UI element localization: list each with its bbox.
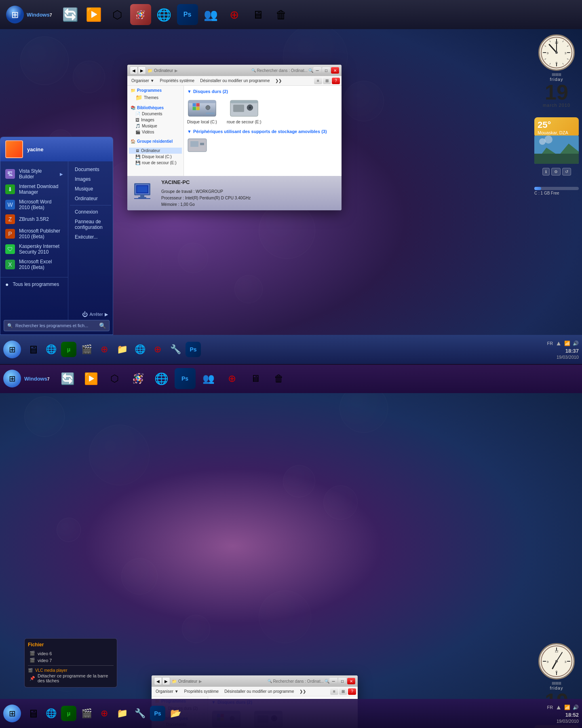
ql-net[interactable]: 🌐 <box>132 342 148 357</box>
menu-organiser-bottom[interactable]: Organiser ▼ <box>153 688 181 694</box>
start-nav-music[interactable]: Musique <box>70 184 111 194</box>
menu-more-top[interactable]: ❯❯ <box>273 78 284 84</box>
sysinfo-btn-info[interactable]: ℹ <box>542 168 550 176</box>
tb2-net[interactable]: 🖥 <box>245 368 266 389</box>
disk-c-top[interactable]: Disque local (C:) <box>187 97 217 124</box>
explorer-window-top[interactable]: ◀ ▶ 📁 Ordinateur ▶ 🔍 Rechercher dans : O… <box>127 65 342 210</box>
taskbar-icon-hex[interactable]: ⬡ <box>107 4 128 25</box>
sidebar-videos-top[interactable]: 🎬Vidéos <box>129 129 182 135</box>
ql-vlc[interactable]: 🎬 <box>79 342 94 357</box>
disk-e-top[interactable]: roue de secour (E:) <box>227 97 261 124</box>
vlc-detach[interactable]: 📌 Détacher ce programme de la barre des … <box>28 673 114 684</box>
ql-chrome[interactable]: 🌐 <box>43 342 59 357</box>
start-item-vista[interactable]: 🏗 Vista Style Builder ▶ <box>0 166 68 182</box>
tb3-explorer[interactable]: 📂 <box>168 706 183 721</box>
taskbar-icon-app1[interactable]: 🪅 <box>130 4 151 25</box>
start-nav-panneau[interactable]: Panneau de configuration <box>70 217 111 232</box>
taskbar-icon-trash[interactable]: 🗑 <box>271 4 292 25</box>
tb3-vlc[interactable]: 🎬 <box>79 706 94 721</box>
tb2-icon5[interactable]: 🌐 <box>151 368 172 389</box>
taskbar-start-orb[interactable]: ⊞ <box>3 341 21 358</box>
minimize-btn-top[interactable]: ─ <box>313 67 321 74</box>
vlc-item-video6[interactable]: 🎬 video 6 <box>28 650 114 657</box>
tb2-icon1[interactable]: 🔄 <box>57 368 78 389</box>
start-nav-documents[interactable]: Documents <box>70 165 111 174</box>
start-nav-connexion[interactable]: Connexion <box>70 207 111 217</box>
start-item-zbrush[interactable]: Z ZBrush 3.5R2 <box>0 212 68 226</box>
menu-uninstall-bottom[interactable]: Désinstaller ou modifier un programme <box>222 688 296 694</box>
menu-help-btn-b[interactable]: ? <box>348 688 356 695</box>
ql-ps[interactable]: Ps <box>186 342 201 357</box>
start-item-word[interactable]: W Microsoft Word 2010 (Beta) <box>0 197 68 212</box>
tb2-msn[interactable]: 👥 <box>198 368 219 389</box>
nav-forward-bottom[interactable]: ▶ <box>162 677 170 685</box>
start-search-bar[interactable]: 🔍 Rechercher les programmes et fich... 🔍 <box>4 320 110 331</box>
menu-organiser-top[interactable]: Organiser ▼ <box>129 78 157 84</box>
tb2-icon3[interactable]: ⬡ <box>104 368 125 389</box>
tb2-opera[interactable]: ⊕ <box>221 368 242 389</box>
close-btn-bottom[interactable]: ✕ <box>347 678 355 684</box>
view-icon-btn[interactable]: ≡ <box>314 78 322 84</box>
menu-help-btn[interactable]: ? <box>332 78 340 84</box>
tb3-tool[interactable]: 🔧 <box>132 706 148 721</box>
sidebar-drive-e-top[interactable]: 💾roue de secour (E:) <box>129 160 182 166</box>
sysinfo-btn-refresh[interactable]: ↺ <box>562 168 571 176</box>
start-orb-bottom-b[interactable]: ⊞ <box>3 705 21 722</box>
ql-opera2[interactable]: ⊕ <box>150 342 165 357</box>
start-button[interactable]: ⊞ <box>4 4 25 25</box>
taskbar-icon-opera[interactable]: ⊕ <box>224 4 245 25</box>
start-nav-executer[interactable]: Exécuter... <box>70 232 111 242</box>
taskbar-icon-recycle[interactable]: 🔄 <box>60 4 81 25</box>
tb2-icon4[interactable]: 🪅 <box>128 368 149 389</box>
taskbar-icon-ps[interactable]: Ps <box>177 4 198 25</box>
menu-properties-bottom[interactable]: Propriétés système <box>182 688 221 694</box>
sidebar-computer-top[interactable]: 🖥Ordinateur <box>129 148 182 154</box>
menu-uninstall-top[interactable]: Désinstaller ou modifier un programme <box>198 78 272 84</box>
ql-opera[interactable]: ⊕ <box>97 342 112 357</box>
sidebar-documents-top[interactable]: 📄Documents <box>129 111 182 117</box>
start-btn-bottom[interactable]: ⊞ <box>3 370 21 387</box>
ql-computer[interactable]: 🖥 <box>25 342 41 357</box>
ql-torrent[interactable]: μ <box>61 342 76 357</box>
vlc-item-video7[interactable]: 🎬 video 7 <box>28 657 114 664</box>
sidebar-themes-top[interactable]: 📁Themes <box>129 93 182 102</box>
tb3-opera[interactable]: ⊕ <box>97 706 112 721</box>
close-btn-top[interactable]: ✕ <box>331 67 339 74</box>
taskbar-icon-browser[interactable]: 🌐 <box>154 4 175 25</box>
tb2-icon2[interactable]: ▶️ <box>81 368 102 389</box>
menu-properties-top[interactable]: Propriétés système <box>158 78 197 84</box>
ql-tool[interactable]: 🔧 <box>168 342 183 357</box>
tb3-folder[interactable]: 📁 <box>114 706 130 721</box>
taskbar-icon-msn[interactable]: 👥 <box>200 4 221 25</box>
minimize-btn-bottom[interactable]: ─ <box>329 678 337 684</box>
view-grid-btn-b[interactable]: ⊞ <box>339 688 347 695</box>
nav-back-bottom[interactable]: ◀ <box>154 677 162 685</box>
tb3-torrent[interactable]: μ <box>61 706 76 721</box>
tb3-ps[interactable]: Ps <box>150 706 165 721</box>
sidebar-music-top[interactable]: 🎵Musique <box>129 123 182 129</box>
tb3-chrome[interactable]: 🌐 <box>43 706 59 721</box>
ql-folder[interactable]: 📁 <box>114 342 130 357</box>
start-nav-images[interactable]: Images <box>70 174 111 184</box>
start-item-excel[interactable]: X Microsoft Excel 2010 (Beta) <box>0 257 68 272</box>
all-programs-btn[interactable]: ● Tous les programmes <box>0 279 68 290</box>
removable-1[interactable] <box>187 136 207 153</box>
start-nav-ordinateur[interactable]: Ordinateur <box>70 194 111 203</box>
tb3-computer[interactable]: 🖥 <box>25 706 41 721</box>
start-item-kaspersky[interactable]: 🛡 Kaspersky Internet Security 2010 <box>0 241 68 257</box>
taskbar-icon-media[interactable]: ▶️ <box>83 4 104 25</box>
maximize-btn-top[interactable]: □ <box>322 67 330 74</box>
maximize-btn-bottom[interactable]: □ <box>338 678 346 684</box>
taskbar-icon-network[interactable]: 🖥 <box>247 4 268 25</box>
start-item-idm[interactable]: ⬇ Internet Download Manager <box>0 182 68 197</box>
shutdown-btn[interactable]: ⏻ Arrêter ▶ <box>82 311 108 317</box>
view-grid-btn[interactable]: ⊞ <box>323 78 331 84</box>
sysinfo-btn-gear[interactable]: ⚙ <box>551 168 561 176</box>
view-icon-btn-b[interactable]: ≡ <box>330 688 338 695</box>
start-item-publisher[interactable]: P Microsoft Publisher 2010 (Beta) <box>0 226 68 241</box>
tb2-ps[interactable]: Ps <box>175 368 196 389</box>
nav-back-top[interactable]: ◀ <box>130 66 138 74</box>
sidebar-images-top[interactable]: 🖼Images <box>129 117 182 123</box>
menu-more-bottom[interactable]: ❯❯ <box>297 688 308 694</box>
tb2-trash[interactable]: 🗑 <box>268 368 289 389</box>
